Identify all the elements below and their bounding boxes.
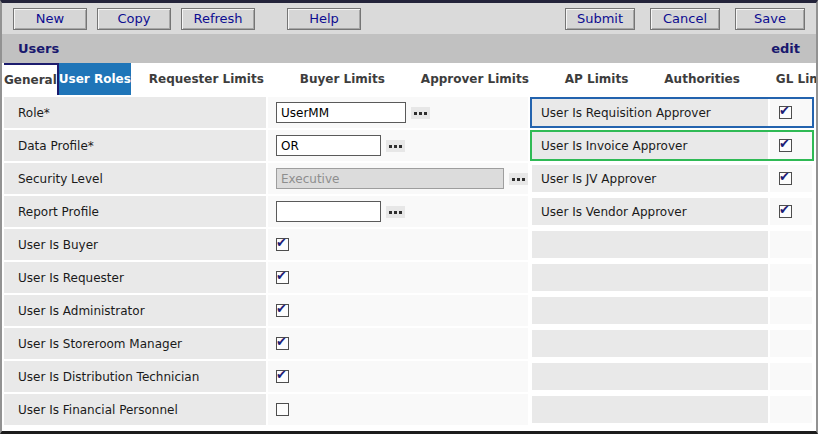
user-is-administrator-label: User Is Administrator — [4, 295, 266, 326]
empty-value-cell — [770, 297, 812, 324]
submit-button[interactable]: Submit — [565, 8, 635, 30]
user-is-jv-approver-label: User Is JV Approver — [532, 165, 768, 192]
role-input[interactable] — [276, 102, 406, 123]
role-value-cell — [268, 97, 528, 128]
users-window: NewCopyRefreshHelp SubmitCancelSave User… — [0, 0, 818, 434]
user-is-vendor-approver-label: User Is Vendor Approver — [532, 198, 768, 225]
form-row: User Is Administrator — [4, 295, 816, 326]
report-profile-lookup-button[interactable] — [386, 206, 405, 218]
empty-label-cell — [532, 330, 768, 357]
data-profile-lookup-button[interactable] — [386, 140, 405, 152]
user-is-invoice-approver-row: User Is Invoice Approver — [530, 130, 814, 161]
form-row: User Is Distribution Technician — [4, 361, 816, 392]
user-is-jv-approver-row: User Is JV Approver — [530, 163, 814, 194]
user-is-jv-approver-value-cell — [770, 165, 812, 192]
user-is-distribution-technician-value-cell — [268, 361, 528, 392]
data-profile-input[interactable] — [276, 135, 381, 156]
empty-row — [530, 262, 814, 293]
empty-row — [530, 361, 814, 392]
edit-link[interactable]: edit — [771, 41, 800, 56]
security-level-value-cell — [268, 163, 528, 194]
tab-user-roles[interactable]: User Roles — [59, 63, 131, 95]
save-button[interactable]: Save — [735, 8, 805, 30]
tab-authorities[interactable]: Authorities — [646, 63, 758, 95]
user-is-requester-checkbox[interactable] — [276, 271, 289, 284]
report-profile-label: Report Profile — [4, 196, 266, 227]
user-is-requester-value-cell — [268, 262, 528, 293]
user-is-distribution-technician-checkbox[interactable] — [276, 370, 289, 383]
user-is-financial-personnel-checkbox[interactable] — [276, 403, 289, 416]
user-is-buyer-value-cell — [268, 229, 528, 260]
user-is-vendor-approver-checkbox[interactable] — [779, 205, 792, 218]
security-level-lookup-button[interactable] — [509, 173, 528, 185]
form-row: Report ProfileUser Is Vendor Approver — [4, 196, 816, 227]
user-is-storeroom-manager-checkbox[interactable] — [276, 337, 289, 350]
empty-value-cell — [770, 363, 812, 390]
tab-buyer-limits[interactable]: Buyer Limits — [282, 63, 403, 95]
tab-ap-limits[interactable]: AP Limits — [547, 63, 647, 95]
user-is-storeroom-manager-value-cell — [268, 328, 528, 359]
empty-label-cell — [532, 396, 768, 423]
refresh-button[interactable]: Refresh — [181, 8, 255, 30]
tab-gl-limits[interactable]: GL Limits — [758, 63, 818, 95]
empty-label-cell — [532, 363, 768, 390]
user-is-administrator-value-cell — [268, 295, 528, 326]
empty-row — [530, 229, 814, 260]
cancel-button[interactable]: Cancel — [650, 8, 720, 30]
empty-row — [530, 328, 814, 359]
security-level-label: Security Level — [4, 163, 266, 194]
empty-value-cell — [770, 330, 812, 357]
user-is-requisition-approver-label: User Is Requisition Approver — [532, 99, 768, 126]
user-is-invoice-approver-value-cell — [770, 132, 812, 159]
user-is-invoice-approver-checkbox[interactable] — [779, 139, 792, 152]
user-is-requester-label: User Is Requester — [4, 262, 266, 293]
role-label: Role* — [4, 97, 266, 128]
user-is-vendor-approver-row: User Is Vendor Approver — [530, 196, 814, 227]
tab-general[interactable]: General — [4, 63, 59, 95]
form-row: Role*User Is Requisition Approver — [4, 97, 816, 128]
data-profile-label: Data Profile* — [4, 130, 266, 161]
form-row: User Is Buyer — [4, 229, 816, 260]
user-is-distribution-technician-label: User Is Distribution Technician — [4, 361, 266, 392]
user-is-administrator-checkbox[interactable] — [276, 304, 289, 317]
empty-row — [530, 394, 814, 425]
form-row: User Is Requester — [4, 262, 816, 293]
user-is-requisition-approver-checkbox[interactable] — [779, 106, 792, 119]
user-is-buyer-label: User Is Buyer — [4, 229, 266, 260]
empty-value-cell — [770, 264, 812, 291]
empty-label-cell — [532, 297, 768, 324]
report-profile-input[interactable] — [276, 201, 381, 222]
form-row: Security LevelUser Is JV Approver — [4, 163, 816, 194]
user-is-buyer-checkbox[interactable] — [276, 238, 289, 251]
page-title: Users — [18, 41, 59, 56]
tab-requester-limits[interactable]: Requester Limits — [131, 63, 282, 95]
user-is-requisition-approver-row: User Is Requisition Approver — [530, 97, 814, 128]
help-button[interactable]: Help — [287, 8, 361, 30]
page-header: Users edit — [2, 34, 816, 63]
form-row: Data Profile*User Is Invoice Approver — [4, 130, 816, 161]
user-is-storeroom-manager-label: User Is Storeroom Manager — [4, 328, 266, 359]
user-is-financial-personnel-label: User Is Financial Personnel — [4, 394, 266, 425]
empty-label-cell — [532, 264, 768, 291]
form-content: Role*User Is Requisition ApproverData Pr… — [2, 95, 816, 431]
tab-strip: GeneralUser RolesRequester LimitsBuyer L… — [2, 63, 816, 95]
empty-row — [530, 295, 814, 326]
user-is-jv-approver-checkbox[interactable] — [779, 172, 792, 185]
user-is-financial-personnel-value-cell — [268, 394, 528, 425]
empty-value-cell — [770, 231, 812, 258]
toolbar: NewCopyRefreshHelp SubmitCancelSave — [2, 3, 816, 34]
copy-button[interactable]: Copy — [97, 8, 171, 30]
form-row: User Is Storeroom Manager — [4, 328, 816, 359]
report-profile-value-cell — [268, 196, 528, 227]
security-level-input[interactable] — [276, 168, 504, 189]
role-lookup-button[interactable] — [411, 107, 430, 119]
empty-value-cell — [770, 396, 812, 423]
data-profile-value-cell — [268, 130, 528, 161]
user-is-requisition-approver-value-cell — [770, 99, 812, 126]
user-is-invoice-approver-label: User Is Invoice Approver — [532, 132, 768, 159]
empty-label-cell — [532, 231, 768, 258]
form-row: User Is Financial Personnel — [4, 394, 816, 425]
tab-approver-limits[interactable]: Approver Limits — [403, 63, 547, 95]
new-button[interactable]: New — [13, 8, 87, 30]
user-is-vendor-approver-value-cell — [770, 198, 812, 225]
